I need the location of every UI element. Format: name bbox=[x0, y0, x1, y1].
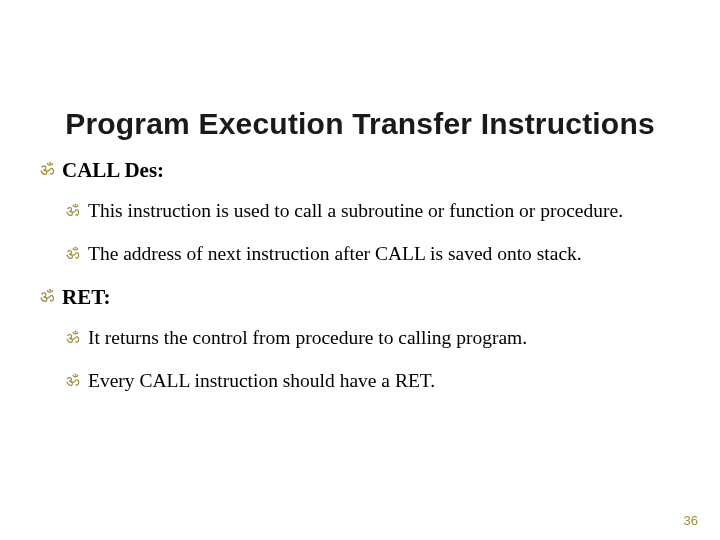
slide-body: ॐ CALL Des: ॐ This instruction is used t… bbox=[40, 157, 680, 411]
section-heading-text: RET: bbox=[62, 285, 111, 309]
bullet-text: This instruction is used to call a subro… bbox=[88, 200, 623, 221]
bullet-text: It returns the control from procedure to… bbox=[88, 327, 527, 348]
bullet-glyph-icon: ॐ bbox=[66, 201, 79, 221]
bullet-glyph-icon: ॐ bbox=[40, 286, 54, 307]
bullet-glyph-icon: ॐ bbox=[66, 244, 79, 264]
bullet-text: The address of next instruction after CA… bbox=[88, 243, 582, 264]
bullet-item: ॐ It returns the control from procedure … bbox=[66, 326, 680, 350]
bullet-glyph-icon: ॐ bbox=[66, 371, 79, 391]
bullet-item: ॐ Every CALL instruction should have a R… bbox=[66, 369, 680, 393]
decorative-swoosh bbox=[0, 0, 720, 120]
page-number: 36 bbox=[684, 513, 698, 528]
slide-title: Program Execution Transfer Instructions bbox=[0, 107, 720, 141]
bullet-item: ॐ This instruction is used to call a sub… bbox=[66, 199, 680, 223]
bullet-glyph-icon: ॐ bbox=[66, 328, 79, 348]
bullet-glyph-icon: ॐ bbox=[40, 159, 54, 180]
section-heading-text: CALL Des: bbox=[62, 158, 164, 182]
section-heading: ॐ RET: bbox=[40, 284, 680, 310]
section-heading: ॐ CALL Des: bbox=[40, 157, 680, 183]
bullet-item: ॐ The address of next instruction after … bbox=[66, 242, 680, 266]
bullet-text: Every CALL instruction should have a RET… bbox=[88, 370, 435, 391]
